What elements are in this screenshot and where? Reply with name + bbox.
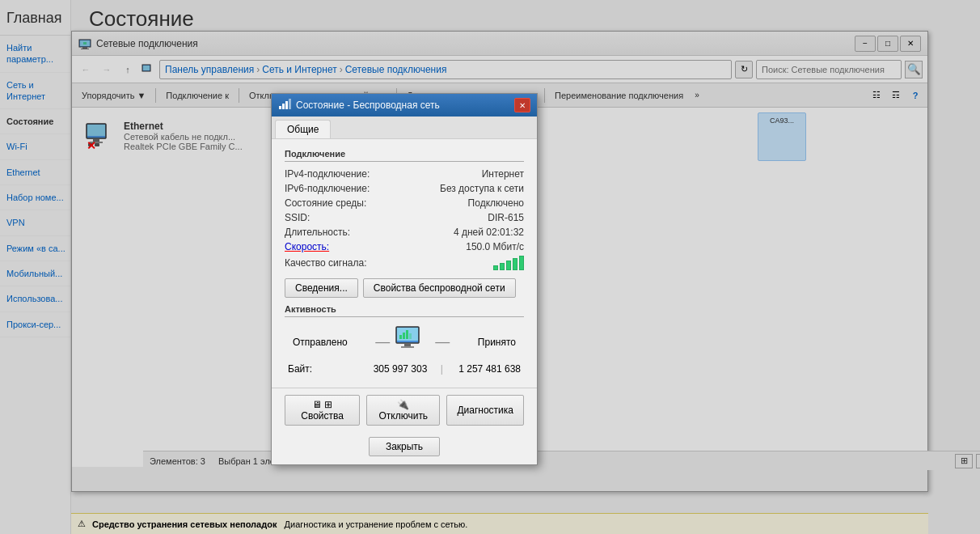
properties-label: ⊞ Свойства: [301, 399, 344, 422]
duration-value: 4 дней 02:01:32: [454, 227, 524, 238]
svg-rect-21: [279, 106, 281, 109]
modal-titlebar: Состояние - Беспроводная сеть ✕: [272, 94, 537, 117]
svg-rect-27: [404, 343, 411, 346]
activity-section: Активность Отправлено —: [285, 304, 524, 375]
close-dialog-button[interactable]: Закрыть: [369, 437, 440, 456]
svg-rect-31: [406, 330, 408, 339]
ipv4-value: Интернет: [482, 168, 524, 180]
duration-label: Длительность:: [285, 227, 350, 238]
media-label: Состояние среды:: [285, 197, 366, 209]
svg-rect-22: [282, 104, 285, 109]
svg-rect-32: [409, 333, 412, 339]
received-bytes: 1 257 481 638: [446, 363, 521, 375]
duration-row: Длительность: 4 дней 02:01:32: [285, 227, 524, 238]
bytes-row: Байт: 305 997 303 | 1 257 481 638: [285, 363, 524, 375]
disconnect-icon: 🔌: [397, 399, 409, 410]
activity-header: Активность: [285, 304, 524, 317]
signal-bars: [493, 256, 524, 270]
bytes-separator: |: [437, 363, 446, 375]
svg-rect-24: [289, 99, 291, 109]
speed-label: Скорость:: [285, 241, 329, 252]
status-dialog: Состояние - Беспроводная сеть ✕ Общие По…: [271, 93, 538, 465]
properties-button[interactable]: 🖥 ⊞ Свойства: [285, 395, 360, 426]
speed-value: 150.0 Мбит/с: [466, 241, 524, 252]
modal-action-buttons: 🖥 ⊞ Свойства 🔌 Отключить Диагностика: [272, 388, 537, 432]
modal-body: Подключение IPv4-подключение: Интернет I…: [272, 139, 537, 384]
svg-rect-23: [285, 101, 288, 109]
activity-body: Отправлено —: [285, 325, 524, 358]
details-button[interactable]: Сведения...: [285, 278, 358, 298]
activity-computer-icon: [395, 325, 430, 358]
disconnect-label: Отключить: [378, 410, 428, 422]
ipv6-value: Без доступа к сети: [440, 183, 524, 194]
modal-title: Состояние - Беспроводная сеть: [296, 100, 514, 111]
modal-close-row: Закрыть: [272, 432, 537, 464]
signal-bar-1: [493, 265, 498, 270]
sent-bytes: 305 997 303: [363, 363, 438, 375]
modal-close-x-button[interactable]: ✕: [514, 98, 530, 112]
modal-detail-buttons: Сведения... Свойства беспроводной сети: [285, 278, 524, 298]
ipv4-row: IPv4-подключение: Интернет: [285, 168, 524, 180]
properties-icon: 🖥: [312, 399, 322, 410]
signal-bar-3: [506, 261, 511, 270]
speed-row: Скорость: 150.0 Мбит/с: [285, 241, 524, 252]
signal-bar-2: [500, 263, 505, 270]
ipv4-label: IPv4-подключение:: [285, 168, 370, 180]
svg-rect-29: [399, 335, 402, 339]
diagnostics-button[interactable]: Диагностика: [446, 395, 524, 426]
disconnect-button[interactable]: 🔌 Отключить: [366, 395, 440, 426]
received-label: Принято: [478, 337, 516, 348]
wireless-props-button[interactable]: Свойства беспроводной сети: [363, 278, 516, 298]
signal-bar-4: [513, 258, 517, 270]
signal-label: Качество сигнала:: [285, 257, 366, 269]
ssid-label: SSID:: [285, 212, 310, 223]
tab-general[interactable]: Общие: [275, 120, 331, 138]
bytes-label: Байт:: [288, 363, 363, 375]
ssid-row: SSID: DIR-615: [285, 212, 524, 223]
connection-section-title: Подключение: [285, 149, 524, 162]
signal-bar-5: [519, 256, 524, 270]
media-row: Состояние среды: Подключено: [285, 197, 524, 209]
ssid-value: DIR-615: [488, 212, 524, 223]
modal-icon: [278, 98, 291, 113]
ipv6-row: IPv6-подключение: Без доступа к сети: [285, 183, 524, 194]
modal-tabs: Общие: [272, 117, 537, 139]
ipv6-label: IPv6-подключение:: [285, 183, 370, 194]
media-value: Подключено: [468, 197, 524, 209]
signal-row: Качество сигнала:: [285, 256, 524, 270]
svg-rect-30: [403, 333, 405, 339]
svg-rect-28: [401, 346, 414, 348]
sent-label: Отправлено: [293, 337, 348, 348]
